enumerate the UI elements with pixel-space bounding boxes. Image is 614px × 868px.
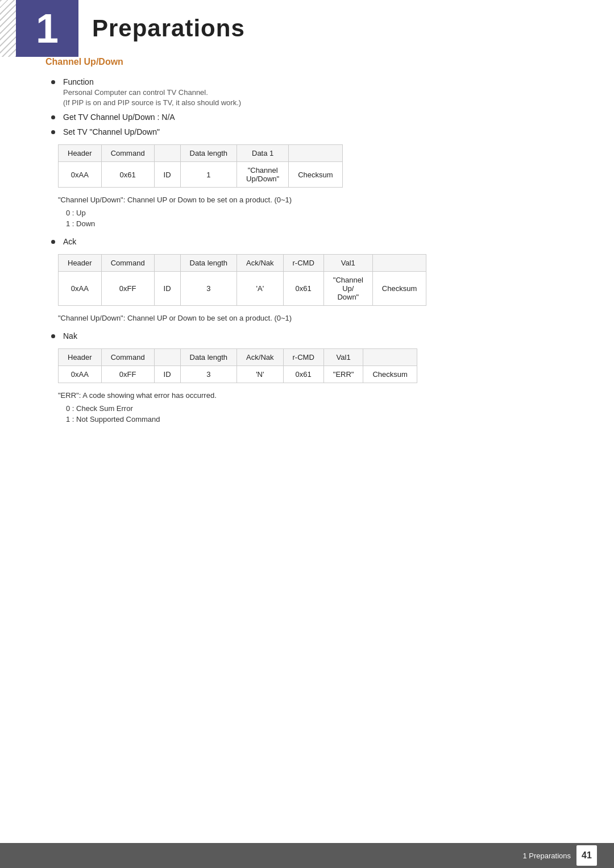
nak-bullet-list: Nak	[45, 331, 569, 340]
chapter-title-block: Preparations	[78, 0, 245, 57]
ack-th-val1: Val1	[323, 255, 372, 272]
ack-td-command: 0xFF	[101, 272, 154, 306]
bullet-nak: Nak	[45, 331, 569, 340]
nak-th-command: Command	[101, 349, 154, 366]
set-td-data1: "ChannelUp/Down"	[237, 162, 289, 188]
set-td-header: 0xAA	[59, 162, 102, 188]
set-th-header: Header	[59, 145, 102, 162]
ack-td-header: 0xAA	[59, 272, 102, 306]
set-td-datalength: 1	[180, 162, 237, 188]
function-sub2: (If PIP is on and PIP source is TV, it a…	[63, 98, 569, 107]
nak-td-datalength: 3	[180, 366, 237, 383]
nak-label: Nak	[63, 331, 77, 340]
bullet-dot-nak	[51, 334, 55, 338]
nak-td-header: 0xAA	[59, 366, 102, 383]
set-value-1: 1 : Down	[66, 219, 569, 228]
nak-td-val1: "ERR"	[323, 366, 363, 383]
bullet-ack: Ack	[45, 237, 569, 246]
function-sub1: Personal Computer can control TV Channel…	[63, 88, 569, 97]
section-title: Channel Up/Down	[45, 57, 569, 67]
nak-value-0: 0 : Check Sum Error	[66, 404, 569, 413]
ack-td-checksum: Checksum	[372, 272, 426, 306]
chapter-number: 1	[16, 0, 78, 57]
bullet-dot-function	[51, 80, 55, 84]
ack-th-acknak: Ack/Nak	[237, 255, 283, 272]
ack-th-command: Command	[101, 255, 154, 272]
ack-th-checksum	[372, 255, 426, 272]
chapter-title: Preparations	[92, 15, 245, 42]
nak-table-wrapper: Header Command Data length Ack/Nak r-CMD…	[58, 348, 569, 383]
set-th-checksum	[289, 145, 342, 162]
nak-table: Header Command Data length Ack/Nak r-CMD…	[58, 348, 417, 383]
set-td-id: ID	[154, 162, 180, 188]
nak-th-header: Header	[59, 349, 102, 366]
ack-th-id	[154, 255, 180, 272]
nak-td-checksum: Checksum	[363, 366, 417, 383]
set-th-command: Command	[101, 145, 154, 162]
set-table: Header Command Data length Data 1 0xAA 0…	[58, 144, 343, 188]
set-value-0: 0 : Up	[66, 209, 569, 217]
nak-th-datalength: Data length	[180, 349, 237, 366]
set-note: "Channel Up/Down": Channel UP or Down to…	[58, 196, 569, 204]
bullets-list: Function Personal Computer can control T…	[45, 77, 569, 136]
set-th-datalength: Data length	[180, 145, 237, 162]
nak-th-acknak: Ack/Nak	[237, 349, 283, 366]
bullet-dot-get	[51, 115, 55, 119]
footer-page-number: 41	[576, 845, 597, 866]
nak-td-command: 0xFF	[101, 366, 154, 383]
stripe-decoration	[0, 0, 16, 57]
nak-th-val1: Val1	[323, 349, 363, 366]
ack-table: Header Command Data length Ack/Nak r-CMD…	[58, 254, 426, 306]
bullet-get: Get TV Channel Up/Down : N/A	[45, 113, 569, 122]
nak-td-acknak: 'N'	[237, 366, 283, 383]
bullet-dot-ack	[51, 240, 55, 244]
ack-td-id: ID	[154, 272, 180, 306]
bullet-get-label: Get TV Channel Up/Down : N/A	[63, 113, 175, 122]
bullet-function: Function Personal Computer can control T…	[45, 77, 569, 107]
ack-td-datalength: 3	[180, 272, 237, 306]
ack-th-datalength: Data length	[180, 255, 237, 272]
nak-th-rcmd: r-CMD	[283, 349, 323, 366]
nak-td-id: ID	[154, 366, 180, 383]
ack-th-rcmd: r-CMD	[283, 255, 323, 272]
page-header: 1 Preparations	[0, 0, 614, 57]
set-td-checksum: Checksum	[289, 162, 342, 188]
nak-note: "ERR": A code showing what error has occ…	[58, 391, 569, 400]
nak-th-id	[154, 349, 180, 366]
bullet-function-content: Function Personal Computer can control T…	[63, 77, 569, 107]
nak-th-checksum	[363, 349, 417, 366]
page-footer: 1 Preparations 41	[0, 843, 614, 868]
bullet-function-label: Function	[63, 77, 94, 86]
ack-td-rcmd: 0x61	[283, 272, 323, 306]
ack-bullet-list: Ack	[45, 237, 569, 246]
ack-td-val1: "ChannelUp/Down"	[323, 272, 372, 306]
ack-label: Ack	[63, 237, 76, 246]
ack-td-acknak: 'A'	[237, 272, 283, 306]
set-th-data1: Data 1	[237, 145, 289, 162]
main-content: Channel Up/Down Function Personal Comput…	[0, 57, 614, 460]
bullet-dot-set	[51, 130, 55, 134]
set-th-id	[154, 145, 180, 162]
ack-note: "Channel Up/Down": Channel UP or Down to…	[58, 314, 569, 322]
bullet-set-label: Set TV "Channel Up/Down"	[63, 127, 160, 136]
bullet-set: Set TV "Channel Up/Down"	[45, 127, 569, 136]
set-table-wrapper: Header Command Data length Data 1 0xAA 0…	[58, 144, 569, 188]
ack-th-header: Header	[59, 255, 102, 272]
footer-text: 1 Preparations	[522, 852, 571, 860]
ack-table-wrapper: Header Command Data length Ack/Nak r-CMD…	[58, 254, 569, 306]
nak-value-1: 1 : Not Supported Command	[66, 415, 569, 423]
set-td-command: 0x61	[101, 162, 154, 188]
nak-td-rcmd: 0x61	[283, 366, 323, 383]
